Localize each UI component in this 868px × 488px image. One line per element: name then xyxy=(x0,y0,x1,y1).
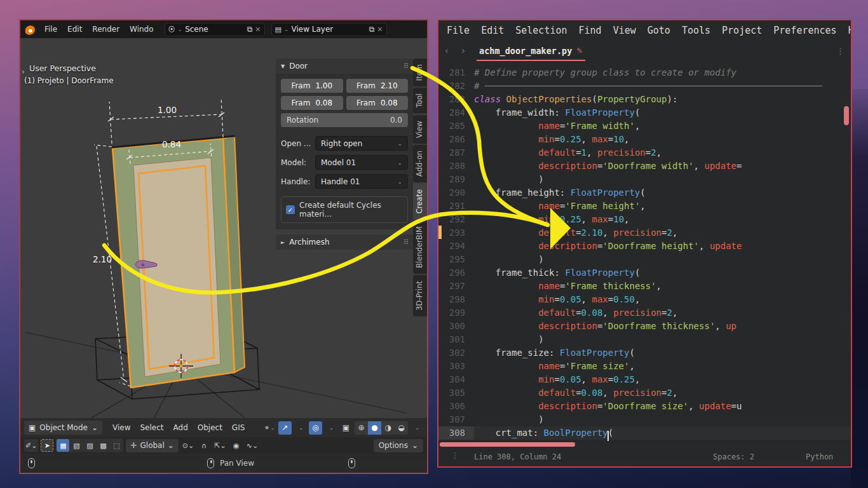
editor-menu-help[interactable]: Help xyxy=(843,25,851,36)
code-line[interactable]: 285 name='Frame width', xyxy=(438,119,851,133)
code-line[interactable]: 291 name='Frame height', xyxy=(438,200,851,213)
dropdown-select[interactable]: Right open⌄ xyxy=(315,136,408,151)
gizmos-toggle-icon[interactable]: ↗ xyxy=(278,421,292,435)
editor-menu-goto[interactable]: Goto xyxy=(642,25,676,36)
select-mode-subtract-icon[interactable]: ▨ xyxy=(83,439,96,452)
code-line[interactable]: 300 description='Doorframe thickness', u… xyxy=(438,320,851,333)
select-box-tool-icon[interactable]: ➤ xyxy=(41,439,53,452)
code-line[interactable]: 288 description='Doorframe width', updat… xyxy=(438,159,851,173)
indent-setting[interactable]: Spaces: 2 xyxy=(713,452,754,461)
code-line[interactable]: 284 frame_width: FloatProperty( xyxy=(438,106,851,119)
shading-material-icon[interactable]: ◑ xyxy=(381,421,395,435)
horizontal-scrollbar[interactable] xyxy=(440,442,575,447)
code-line[interactable]: 298 min=0.05, max=0.50, xyxy=(438,293,851,306)
code-line[interactable]: 294 description='Doorframe height', upda… xyxy=(438,240,851,253)
viewport-menu-gis[interactable]: GIS xyxy=(228,421,248,434)
editor-menu-view[interactable]: View xyxy=(607,25,642,36)
shading-dropdown-icon[interactable]: ⌄ xyxy=(410,421,423,435)
sidebar-tab-create[interactable]: Create xyxy=(413,184,427,219)
code-line[interactable]: 297 name='Frame thickness', xyxy=(438,280,851,293)
topbar-menu-render[interactable]: Render xyxy=(88,23,124,36)
options-dropdown[interactable]: Options ⌄ xyxy=(374,439,423,452)
editor-menu-edit[interactable]: Edit xyxy=(475,25,510,36)
frame-field[interactable]: Fram0.08 xyxy=(346,96,409,110)
proportional-edit-icon[interactable]: ◉ xyxy=(230,439,243,452)
shading-wireframe-icon[interactable]: ⊕ xyxy=(355,421,368,435)
code-line[interactable]: 293 default=2.10, precision=2, xyxy=(438,226,851,240)
orientation-selector[interactable]: ✛ Global ⌄ xyxy=(126,439,178,452)
code-line[interactable]: 289 ) xyxy=(438,173,851,186)
nav-forward-icon[interactable]: › xyxy=(455,45,471,57)
show-gizmo-icon[interactable]: ⌖⌄ xyxy=(263,421,276,435)
viewport-menu-select[interactable]: Select xyxy=(136,421,167,434)
editor-menu-preferences[interactable]: Preferences xyxy=(768,25,842,36)
frame-field[interactable]: Fram2.10 xyxy=(346,79,409,93)
code-line[interactable]: 287 default=1, precision=2, xyxy=(438,146,851,159)
dropdown-select[interactable]: Model 01⌄ xyxy=(315,155,408,170)
chevron-down-icon[interactable]: ⌄ xyxy=(284,26,289,32)
statusbar-menu-icon[interactable]: ⋮ xyxy=(451,451,459,460)
rotation-field[interactable]: Rotation 0.0 xyxy=(281,113,408,127)
snap-magnet-icon[interactable]: ∩ xyxy=(198,439,210,452)
blender-logo-icon[interactable] xyxy=(24,24,35,35)
select-mode-intersect-icon[interactable]: ⬚ xyxy=(110,439,123,452)
shading-rendered-icon[interactable]: ◒ xyxy=(395,421,408,435)
code-line[interactable]: 290 frame_height: FloatProperty( xyxy=(438,186,851,200)
scene-selector[interactable]: ⦿ ⌄ Scene ⧉ ✕ xyxy=(165,23,265,36)
code-line[interactable]: 286 min=0.25, max=10, xyxy=(438,133,851,146)
pivot-point-icon[interactable]: ⊙⌄ xyxy=(181,439,195,452)
mode-selector[interactable]: ▣ Object Mode ⌄ xyxy=(24,421,102,435)
vertical-scrollbar[interactable] xyxy=(844,106,849,125)
grip-icon[interactable]: ⠿ xyxy=(403,238,408,247)
topbar-menu-edit[interactable]: Edit xyxy=(63,23,86,36)
dropdown-select[interactable]: Handle 01⌄ xyxy=(315,174,408,189)
code-line[interactable]: 295 ) xyxy=(438,253,851,266)
sidebar-tab-blenderbim[interactable]: BlenderBIM xyxy=(413,220,427,274)
editor-menu-tools[interactable]: Tools xyxy=(676,25,716,36)
frame-field[interactable]: Fram1.00 xyxy=(281,79,343,93)
editor-tab[interactable]: achm_door_maker.py ✎ xyxy=(471,41,590,61)
syntax-mode[interactable]: Python xyxy=(806,452,833,461)
scene-name[interactable]: Scene xyxy=(185,25,245,34)
topbar-menu-file[interactable]: File xyxy=(40,23,62,36)
code-line[interactable]: 302 frame_size: FloatProperty( xyxy=(438,346,851,360)
select-mode-new-icon[interactable]: ▦ xyxy=(57,439,69,452)
copy-icon[interactable]: ⧉ xyxy=(369,25,375,34)
copy-icon[interactable]: ⧉ xyxy=(247,25,253,34)
topbar-menu-windo[interactable]: Windo xyxy=(125,23,158,36)
close-icon[interactable]: ✕ xyxy=(377,25,383,34)
sidebar-tab-3d-print[interactable]: 3D-Print xyxy=(413,275,427,316)
viewport-menu-object[interactable]: Object xyxy=(194,421,226,434)
viewport-menu-add[interactable]: Add xyxy=(170,421,192,434)
code-line[interactable]: 301 ) xyxy=(438,333,851,346)
close-icon[interactable]: ✕ xyxy=(255,25,261,34)
chevron-down-icon[interactable]: ⌄ xyxy=(178,26,183,32)
code-line[interactable]: 305 default=0.08, precision=2, xyxy=(438,386,851,400)
code-line[interactable]: 307 ) xyxy=(438,413,851,426)
code-line[interactable]: 299 default=0.08, precision=2, xyxy=(438,306,851,320)
select-mode-invert-icon[interactable]: ▩ xyxy=(97,439,109,452)
code-line[interactable]: 308 crt_mat: BoolProperty( xyxy=(438,426,851,440)
select-mode-extend-icon[interactable]: ▧ xyxy=(70,439,83,452)
tab-overflow-icon[interactable]: ⋮ xyxy=(830,46,851,56)
viewport-menu-view[interactable]: View xyxy=(109,421,134,434)
xray-toggle-icon[interactable]: ▣ xyxy=(339,421,353,435)
toolbar-expand-chevron-icon[interactable]: › xyxy=(22,67,25,76)
falloff-curve-icon[interactable]: ∿⌄ xyxy=(245,439,259,452)
code-line[interactable]: 281# Define property group class to crea… xyxy=(438,66,851,79)
code-line[interactable]: 292 min=0.25, max=10, xyxy=(438,213,851,226)
view-layer-name[interactable]: View Layer xyxy=(292,25,367,34)
sidebar-tab-item[interactable]: Item xyxy=(413,58,427,86)
shading-solid-icon[interactable]: ● xyxy=(368,421,381,435)
door-panel-header[interactable]: ▼ Door ⠿ xyxy=(276,58,413,74)
frame-field[interactable]: Fram0.08 xyxy=(281,96,343,110)
editor-menu-project[interactable]: Project xyxy=(716,25,768,36)
code-line[interactable]: 282# ───────────────────────────────────… xyxy=(438,79,851,93)
nav-back-icon[interactable]: ‹ xyxy=(438,45,455,57)
snap-settings-icon[interactable]: ⇱⌄ xyxy=(213,439,227,452)
code-lines[interactable]: 281# Define property group class to crea… xyxy=(438,61,851,442)
gizmos-dropdown-icon[interactable]: ⌄ xyxy=(294,421,307,435)
editor-menu-file[interactable]: File xyxy=(441,25,475,36)
sidebar-tab-add-on[interactable]: Add-on xyxy=(413,145,427,182)
checkbox-checked-icon[interactable]: ✓ xyxy=(286,205,295,214)
